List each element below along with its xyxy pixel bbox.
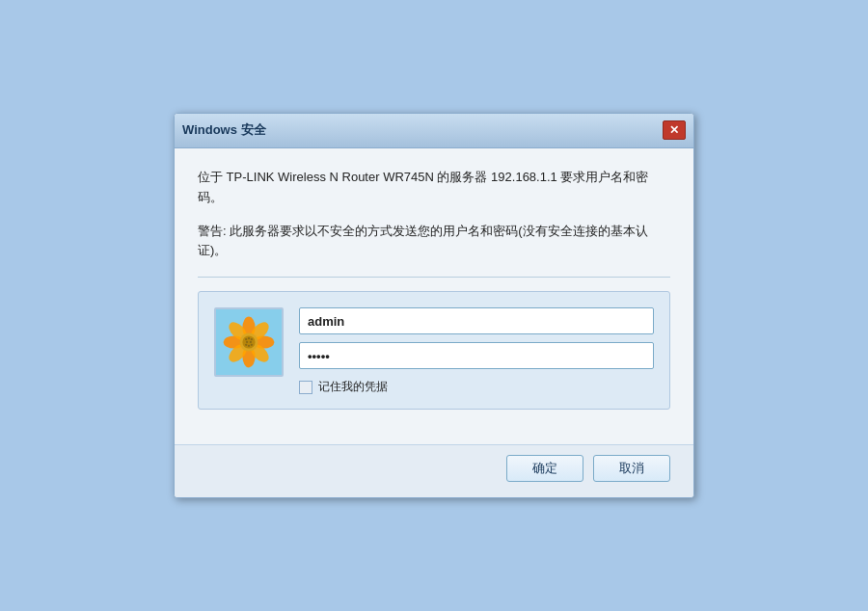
cancel-button[interactable]: 取消 xyxy=(593,455,670,482)
title-bar: Windows 安全 ✕ xyxy=(175,114,693,148)
form-fields: 记住我的凭据 xyxy=(299,307,654,395)
button-row: 确定 取消 xyxy=(175,444,693,497)
username-input[interactable] xyxy=(299,307,654,334)
credentials-box: 记住我的凭据 xyxy=(198,291,670,410)
svg-point-15 xyxy=(250,341,252,343)
ok-button[interactable]: 确定 xyxy=(506,455,583,482)
divider xyxy=(198,277,670,278)
avatar xyxy=(214,307,284,377)
warning-message: 警告: 此服务器要求以不安全的方式发送您的用户名和密码(没有安全连接的基本认证)… xyxy=(198,222,670,262)
server-message: 位于 TP-LINK Wireless N Router WR745N 的服务器… xyxy=(198,168,670,208)
remember-label: 记住我的凭据 xyxy=(318,379,388,395)
svg-point-14 xyxy=(246,341,248,343)
svg-point-12 xyxy=(248,337,250,339)
svg-point-18 xyxy=(251,344,253,346)
dialog-body: 位于 TP-LINK Wireless N Router WR745N 的服务器… xyxy=(175,148,693,444)
svg-point-13 xyxy=(251,338,253,340)
svg-point-17 xyxy=(248,345,250,347)
close-button[interactable]: ✕ xyxy=(663,120,686,140)
password-input[interactable] xyxy=(299,342,654,369)
remember-row: 记住我的凭据 xyxy=(299,379,654,395)
dialog-title: Windows 安全 xyxy=(182,121,266,139)
remember-checkbox[interactable] xyxy=(299,381,312,394)
svg-point-11 xyxy=(245,338,247,340)
windows-security-dialog: Windows 安全 ✕ 位于 TP-LINK Wireless N Route… xyxy=(174,113,694,498)
svg-point-16 xyxy=(245,344,247,346)
